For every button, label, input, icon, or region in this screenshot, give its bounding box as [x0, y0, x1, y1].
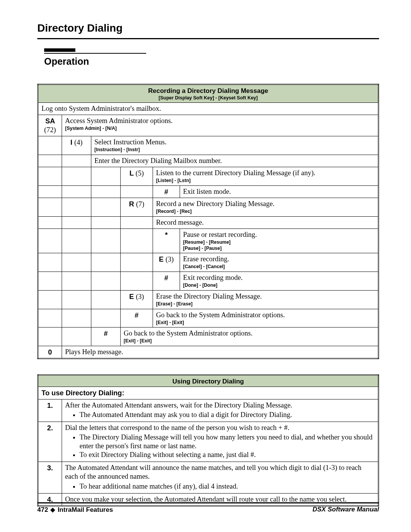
step-1-num: 1. — [38, 399, 62, 422]
key-hash-4: # — [91, 328, 121, 346]
table2-subheader: To use Directory Dialing: — [38, 387, 379, 399]
hash4-desc: Go back to the System Administrator opti… — [121, 328, 379, 346]
record-msg: Record message. — [153, 216, 379, 228]
i-desc: Select Instruction Menus. [Instruction] … — [91, 136, 379, 155]
hash1-desc: Exit listen mode. — [180, 185, 379, 198]
key-e3a: E (3) — [153, 253, 180, 272]
enter-dd: Enter the Directory Dialing Mailbox numb… — [91, 155, 379, 167]
step-3-num: 3. — [38, 462, 62, 493]
using-table: Using Directory Dialing To use Directory… — [37, 374, 379, 506]
sa-desc: Access System Administrator options. [Sy… — [62, 115, 379, 136]
l-desc: Listen to the current Directory Dialing … — [153, 167, 379, 186]
table1-header-sub: [Super Display Soft Key] - [Keyset Soft … — [41, 95, 375, 101]
footer-left: 472◆IntraMail Features — [37, 506, 113, 514]
e3a-desc: Erase recording. [Cancel] - [Cancel] — [180, 253, 379, 272]
footer-right: DSX Software Manual — [312, 506, 379, 514]
step-2: Dial the letters that correspond to the … — [62, 422, 379, 462]
section-decoration — [44, 48, 146, 54]
hash3-desc: Go back to the System Administrator opti… — [153, 309, 379, 328]
key-star: * — [153, 228, 180, 253]
key-hash-1: # — [153, 185, 180, 198]
key-zero: 0 — [38, 346, 62, 359]
table1-header-main: Recording a Directory Dialing Message — [148, 87, 268, 94]
table1-header: Recording a Directory Dialing Message [S… — [38, 85, 379, 103]
section-title: Operation — [44, 56, 379, 67]
step-3: The Automated Attendant will announce th… — [62, 462, 379, 493]
zero-desc: Plays Help message. — [62, 346, 379, 359]
key-e3b: E (3) — [121, 290, 153, 309]
e3b-desc: Erase the Directory Dialing Message. [Er… — [153, 290, 379, 309]
r-desc: Record a new Directory Dialing Message. … — [153, 198, 379, 217]
key-hash-3: # — [121, 309, 153, 328]
key-l: L (5) — [121, 167, 153, 186]
step-2-num: 2. — [38, 422, 62, 462]
key-sa: SA (72) — [38, 115, 62, 136]
page-footer: 472◆IntraMail Features DSX Software Manu… — [37, 502, 379, 514]
page-title: Directory Dialing — [37, 22, 379, 34]
row-log-on: Log onto System Administrator's mailbox. — [38, 102, 379, 115]
key-hash-2: # — [153, 272, 180, 291]
hash2-desc: Exit recording mode. [Done] - [Done] — [180, 272, 379, 291]
key-r: R (7) — [121, 198, 153, 217]
step-1: After the Automated Attendant answers, w… — [62, 399, 379, 422]
recording-table: Recording a Directory Dialing Message [S… — [37, 84, 379, 359]
key-i: I (4) — [62, 136, 91, 155]
table2-header: Using Directory Dialing — [38, 375, 379, 387]
title-rule — [37, 38, 379, 39]
star-desc: Pause or restart recording. [Resume] - [… — [180, 228, 379, 253]
